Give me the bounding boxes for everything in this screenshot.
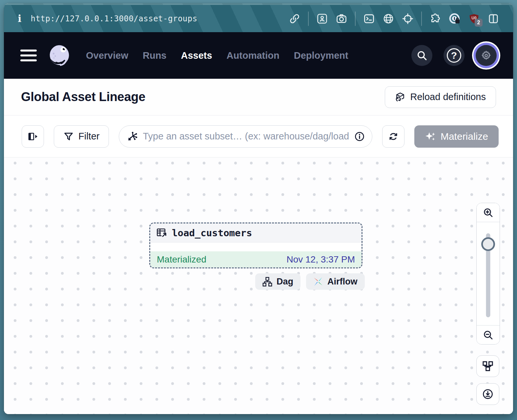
page-style-icon[interactable] — [316, 13, 328, 25]
browser-url-bar: i http://127.0.0.1:3000/asset-groups — [4, 3, 513, 32]
shield-blocker-icon[interactable]: U0 2 — [468, 13, 480, 25]
asset-node-load-customers[interactable]: load_customers Materialized Nov 12, 3:37… — [149, 222, 362, 268]
address-url[interactable]: http://127.0.0.1:3000/asset-groups — [31, 14, 197, 23]
search-icon — [416, 50, 427, 61]
zoom-out-button[interactable] — [477, 325, 500, 344]
screenshot-camera-icon[interactable] — [336, 13, 347, 25]
lineage-toolbar: Filter — [4, 116, 513, 158]
page-info-icon[interactable]: i — [18, 13, 21, 24]
rearrange-layout-button[interactable] — [476, 355, 499, 377]
asset-node-body — [150, 242, 362, 251]
external-table-icon — [156, 227, 167, 238]
sparkles-icon — [425, 131, 436, 142]
search-button[interactable] — [411, 45, 432, 66]
status-badge: Materialized — [157, 254, 206, 265]
zoom-out-icon — [483, 330, 493, 340]
asset-node-header: load_customers — [150, 223, 362, 242]
refresh-icon — [388, 131, 399, 142]
tab-automation[interactable]: Automation — [227, 50, 279, 61]
app-nav-bar: Overview Runs Assets Automation Deployme… — [4, 32, 513, 79]
settings-button[interactable] — [476, 45, 497, 66]
refresh-button[interactable] — [382, 125, 404, 148]
split-view-icon[interactable] — [487, 13, 499, 25]
asset-name: load_customers — [172, 227, 252, 239]
reload-definitions-button[interactable]: Reload definitions — [385, 86, 496, 108]
tag-dag-label: Dag — [277, 277, 293, 287]
page-title: Global Asset Lineage — [21, 90, 145, 104]
tab-runs[interactable]: Runs — [143, 50, 167, 61]
help-icon: ? — [447, 48, 461, 63]
materialize-button[interactable]: Materialize — [414, 125, 499, 148]
graph-layout-icon — [482, 361, 493, 372]
password-manager-icon[interactable] — [449, 13, 461, 25]
menu-icon[interactable] — [20, 48, 37, 63]
asset-status-row: Materialized Nov 12, 3:37 PM — [150, 251, 362, 267]
asset-selection-input-wrapper — [119, 125, 372, 148]
browser-window: i http://127.0.0.1:3000/asset-groups — [4, 3, 513, 414]
globe-icon[interactable] — [383, 13, 394, 25]
extensions-puzzle-icon[interactable] — [429, 13, 441, 25]
dagster-logo[interactable] — [47, 43, 72, 68]
materialization-timestamp[interactable]: Nov 12, 3:37 PM — [286, 254, 355, 265]
lineage-canvas[interactable]: load_customers Materialized Nov 12, 3:37… — [4, 158, 513, 414]
nav-actions: ? — [411, 45, 497, 66]
download-icon — [482, 388, 493, 400]
zoom-slider[interactable] — [477, 222, 500, 325]
shield-badge: 2 — [475, 19, 483, 27]
tab-overview[interactable]: Overview — [86, 50, 128, 61]
tag-airflow[interactable]: Airflow — [306, 273, 365, 290]
tag-dag[interactable]: Dag — [255, 273, 300, 290]
dag-icon — [262, 277, 272, 286]
divider — [421, 11, 422, 26]
copy-link-icon[interactable] — [289, 13, 300, 25]
airflow-icon — [313, 277, 323, 286]
download-image-button[interactable] — [476, 383, 499, 405]
terminal-icon[interactable] — [363, 13, 375, 25]
zoom-in-button[interactable] — [477, 203, 500, 222]
divider — [308, 11, 309, 26]
divider — [355, 11, 356, 26]
tab-assets[interactable]: Assets — [181, 50, 212, 61]
browser-toolbar-icons: U0 2 — [289, 11, 499, 26]
info-icon[interactable] — [354, 131, 365, 142]
nav-tabs: Overview Runs Assets Automation Deployme… — [86, 50, 348, 61]
reload-definitions-label: Reload definitions — [410, 92, 486, 102]
gear-icon — [481, 50, 492, 61]
zoom-slider-handle[interactable] — [481, 237, 495, 251]
asset-tags: Dag Airflow — [255, 273, 365, 290]
filter-funnel-icon — [63, 131, 74, 142]
page-header: Global Asset Lineage Reload definitions — [4, 79, 513, 116]
help-button[interactable]: ? — [444, 45, 465, 66]
panel-open-icon — [28, 131, 38, 142]
tab-deployment[interactable]: Deployment — [294, 50, 348, 61]
materialize-label: Materialize — [441, 131, 488, 142]
filter-button[interactable]: Filter — [54, 125, 109, 148]
asset-selection-input[interactable] — [143, 131, 349, 142]
zoom-controls — [476, 203, 500, 345]
tag-airflow-label: Airflow — [327, 277, 358, 287]
picker-target-icon[interactable] — [402, 13, 414, 25]
open-sidebar-button[interactable] — [22, 125, 44, 148]
op-selector-icon — [127, 131, 137, 142]
zoom-in-icon — [483, 207, 493, 218]
filter-label: Filter — [78, 131, 99, 142]
reload-cube-icon — [395, 92, 405, 102]
